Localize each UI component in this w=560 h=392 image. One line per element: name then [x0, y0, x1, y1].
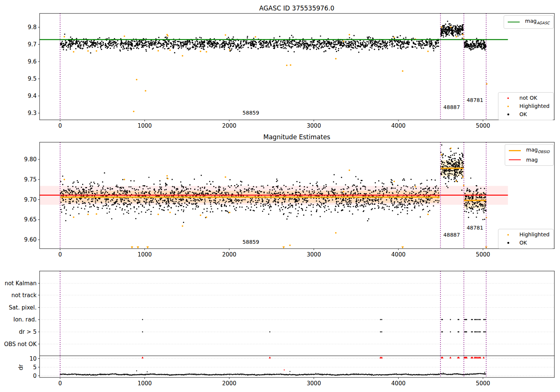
legend-entry-label: magOBSID — [526, 147, 550, 155]
panel1-marker-legend-entry-highlighted: Highlighted — [502, 103, 550, 109]
y-tick-label: 9.65 — [24, 216, 37, 223]
x-tick-label: 5000 — [476, 122, 490, 129]
legend-entry-label: Highlighted — [519, 231, 550, 238]
legend-entry-label: magAGASC — [525, 18, 550, 26]
x-tick-label: 3000 — [307, 251, 321, 258]
panel2-line-legend: magOBSIDmag — [505, 144, 554, 166]
panel1-obsid-labels: 588594888748781 — [243, 97, 483, 116]
panel1-marker-legend: not OKHighlightedOK — [498, 92, 554, 120]
panel1-line-legend: magAGASC — [504, 15, 554, 29]
x-tick-label: 1000 — [137, 251, 152, 258]
panel1-x-axis: 010002000300040005000 — [58, 120, 490, 129]
panel2-ok-points — [60, 144, 487, 223]
panel1-event-lines — [60, 13, 486, 120]
obsid-label: 48781 — [467, 225, 483, 231]
x-tick-label: 2000 — [222, 251, 236, 258]
panel2-line-legend-entry-mag: mag — [509, 157, 550, 163]
y-tick-label: 9.7 — [28, 41, 37, 48]
panel2-line-legend-entry-magobsid: magOBSID — [509, 147, 550, 155]
x-tick-label: 3000 — [307, 380, 321, 387]
obsid-label: 48887 — [444, 104, 460, 110]
legend-dot-sample-icon — [502, 104, 514, 109]
legend-entry-label: not OK — [519, 95, 537, 101]
flag-row-label: not Kalman — [4, 280, 37, 287]
plots-canvas: 9.39.49.59.69.79.85885948887487810100020… — [0, 0, 560, 392]
panel3-dr-trace — [60, 370, 486, 376]
panel2-marker-legend-entry-highlighted: Highlighted — [502, 231, 550, 238]
x-tick-label: 0 — [58, 122, 62, 129]
legend-dot-sample-icon — [502, 232, 514, 237]
dr-tick-label: 10 — [29, 355, 37, 362]
legend-entry-label: mag — [526, 157, 538, 163]
x-tick-label: 1000 — [137, 380, 152, 387]
y-tick-label: 9.8 — [28, 24, 37, 31]
y-tick-label: 9.80 — [24, 156, 37, 163]
y-tick-label: 9.3 — [28, 110, 37, 116]
legend-dot-sample-icon — [502, 112, 514, 117]
figure: 9.39.49.59.69.79.85885948887487810100020… — [0, 0, 560, 392]
legend-line-sample-icon — [509, 157, 521, 162]
obsid-label: 58859 — [243, 239, 259, 245]
panel3-gridlines — [40, 283, 554, 376]
panel2-obsid-labels: 588594888748781 — [243, 225, 483, 245]
panel2-marker-legend: HighlightedOK — [498, 229, 554, 249]
x-tick-label: 1000 — [137, 122, 152, 129]
panel1-y-axis: 9.39.49.59.69.79.8 — [28, 24, 40, 116]
panel1-ok-points — [60, 21, 487, 53]
panel1-title: AGASC ID 375535976.0 — [259, 4, 334, 12]
y-tick-label: 9.6 — [28, 58, 37, 65]
panel3-event-lines — [60, 271, 486, 377]
dr-axis-label: dr — [18, 364, 24, 370]
y-tick-label: 9.60 — [24, 236, 37, 243]
y-tick-label: 9.5 — [28, 75, 37, 82]
panel1-marker-legend-entry-not-ok: not OK — [502, 95, 550, 101]
panel1-line-legend-entry-magagasc: magAGASC — [508, 18, 550, 26]
panel2-y-axis: 9.609.659.709.759.80 — [24, 156, 40, 243]
y-tick-label: 9.75 — [24, 176, 37, 183]
legend-entry-label: OK — [519, 111, 527, 118]
flag-row-label: Sat. pixel. — [9, 304, 37, 311]
panel3-x-axis: 010002000300040005000 — [58, 377, 490, 387]
legend-dot-sample-icon — [502, 96, 514, 101]
legend-line-sample-icon — [509, 148, 521, 153]
x-tick-label: 4000 — [391, 251, 405, 258]
panel2-marker-legend-entry-ok: OK — [502, 240, 550, 246]
legend-entry-label: OK — [519, 240, 527, 246]
x-tick-label: 0 — [58, 380, 62, 387]
panel1-frame — [40, 13, 554, 120]
legend-dot-sample-icon — [502, 240, 514, 246]
x-tick-label: 4000 — [391, 380, 405, 387]
flag-row-label: OBS not OK — [4, 341, 37, 348]
dr-tick-label: 5 — [33, 364, 37, 371]
obsid-label: 48781 — [467, 97, 483, 103]
x-tick-label: 0 — [58, 251, 62, 258]
obsid-label: 48887 — [444, 232, 460, 238]
flag-row-label: dr > 5 — [19, 329, 37, 335]
dr-tick-label: 0 — [33, 373, 37, 379]
panel1-marker-legend-entry-ok: OK — [502, 111, 550, 118]
x-tick-label: 2000 — [222, 380, 236, 387]
y-tick-label: 9.4 — [28, 93, 37, 99]
panel2-x-axis: 010002000300040005000 — [58, 249, 490, 258]
panel3-flag-points — [142, 319, 486, 333]
legend-line-sample-icon — [508, 19, 520, 25]
panel2-clipped-low-markers — [131, 246, 487, 249]
flag-row-label: Ion. rad. — [13, 316, 37, 323]
x-tick-label: 5000 — [476, 380, 490, 387]
legend-entry-label: Highlighted — [519, 103, 550, 109]
x-tick-label: 2000 — [222, 122, 236, 129]
y-tick-label: 9.70 — [24, 196, 37, 203]
x-tick-label: 4000 — [391, 122, 405, 129]
panel3-frame — [40, 271, 554, 377]
obsid-label: 58859 — [243, 110, 259, 116]
x-tick-label: 3000 — [307, 122, 321, 129]
x-tick-label: 5000 — [476, 251, 490, 258]
panel2-title: Magnitude Estimates — [263, 133, 330, 141]
flag-row-label: not track — [11, 292, 37, 299]
